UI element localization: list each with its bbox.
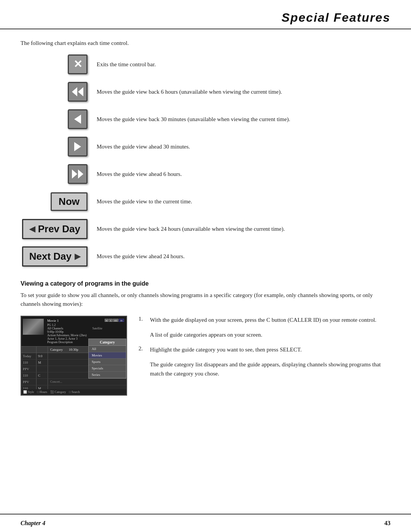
controls-list: ✕ Exits the time control bar. Moves the … <box>21 54 390 267</box>
x-button-icon: ✕ <box>68 54 88 74</box>
step-2: 2. Highlight the guide category you want… <box>139 345 390 354</box>
guide-footer-hours: □ Hours <box>37 390 47 394</box>
page-footer: Chapter 4 43 <box>0 514 411 532</box>
cat-item-all[interactable]: All <box>89 346 126 352</box>
control-item-x: ✕ Exits the time control bar. <box>21 54 390 75</box>
control-item-double-left: Moves the guide view back 6 hours (unava… <box>21 81 390 102</box>
guide-footer-search: □ Search <box>69 390 80 394</box>
control-desc-next-day: Moves the guide view ahead 24 hours. <box>97 252 390 261</box>
cat-item-sports[interactable]: Sports <box>89 359 126 365</box>
next-day-label: Next Day <box>29 251 72 262</box>
guide-time-slot: 9:00p-10:00p <box>47 330 102 334</box>
guide-bottom-bar: ⬜ Style □ Hours ⬛ Category □ Search <box>21 389 126 395</box>
control-desc-prev-day: Moves the guide view back 24 hours (unav… <box>97 225 390 233</box>
guide-channels-label: All ChannelsSatellite <box>47 327 102 330</box>
guide-row-4: PPV Concert... <box>21 379 126 385</box>
x-symbol: ✕ <box>73 59 82 70</box>
right-arrow <box>74 142 81 151</box>
guide-genre: Action/Adventure, Movie (2hrs) <box>47 334 102 337</box>
step-2-num: 2. <box>139 345 146 352</box>
next-day-button[interactable]: Next Day ▶ <box>22 246 88 267</box>
guide-footer-style: ⬜ Style <box>23 390 34 394</box>
cat-item-specials[interactable]: Specials <box>89 365 126 372</box>
steps-list: 1. With the guide displayed on your scre… <box>139 316 390 378</box>
main-content: The following chart explains each time c… <box>0 40 411 396</box>
control-icon-left <box>21 109 97 129</box>
step-1-num: 1. <box>139 316 146 322</box>
double-right-arrows <box>72 169 83 179</box>
right-arrow-1 <box>72 169 77 179</box>
guide-movie-title: Movie 1 <box>47 319 102 323</box>
guide-screenshot: Movie 1 PG 1.2 All ChannelsSatellite 9:0… <box>21 316 127 396</box>
footer-page-number: 43 <box>384 520 390 527</box>
control-item-next-day: Next Day ▶ Moves the guide view ahead 24… <box>21 246 390 267</box>
left-arrow-2 <box>78 87 83 96</box>
cat-overlay-title: Category <box>89 339 126 346</box>
control-icon-now: Now <box>21 192 97 211</box>
left-button-icon <box>68 109 88 129</box>
control-icon-next-day: Next Day ▶ <box>21 246 97 267</box>
next-day-right-arrow-icon: ▶ <box>75 252 80 261</box>
control-icon-double-left <box>21 82 97 102</box>
step-2-text: Highlight the guide category you want to… <box>150 347 302 353</box>
double-right-button-icon <box>68 164 88 184</box>
control-desc-double-left: Moves the guide view back 6 hours (unava… <box>97 88 390 96</box>
now-button[interactable]: Now <box>51 192 88 211</box>
guide-footer-category: ⬛ Category <box>50 390 66 394</box>
control-desc-left: Moves the guide view back 30 minutes (un… <box>97 115 390 124</box>
left-arrow-1 <box>72 87 77 96</box>
intro-text: The following chart explains each time c… <box>21 40 390 46</box>
control-icon-x: ✕ <box>21 54 97 74</box>
chapter-num: 4 <box>42 520 45 526</box>
control-item-prev-day: ◀ Prev Day Moves the guide view back 24 … <box>21 219 390 239</box>
double-left-button-icon <box>68 82 88 102</box>
control-icon-double-right <box>21 164 97 184</box>
page-title: Special Features <box>21 11 390 25</box>
control-item-right: Moves the guide view ahead 30 minutes. <box>21 136 390 157</box>
chapter-label: Chapter <box>21 520 41 526</box>
control-desc-right: Moves the guide view ahead 30 minutes. <box>97 142 390 151</box>
guide-section-content: Movie 1 PG 1.2 All ChannelsSatellite 9:0… <box>21 316 390 396</box>
section-intro-text: To set your guide to show you all channe… <box>21 291 390 309</box>
control-item-left: Moves the guide view back 30 minutes (un… <box>21 109 390 129</box>
viewing-category-section: Viewing a category of programs in the gu… <box>21 280 390 396</box>
cat-item-series[interactable]: Series <box>89 372 126 378</box>
step-1: 1. With the guide displayed on your scre… <box>139 316 390 324</box>
control-desc-x: Exits the time control bar. <box>97 60 390 69</box>
guide-col-time-header <box>21 347 37 353</box>
control-desc-now: Moves the guide view to the current time… <box>97 197 390 206</box>
guide-col-ch-header <box>37 347 48 353</box>
right-button-icon <box>68 137 88 157</box>
step-1-note: A list of guide categories appears on yo… <box>150 331 390 339</box>
section-heading: Viewing a category of programs in the gu… <box>21 280 390 287</box>
left-arrow <box>74 115 81 124</box>
step-2-note: The guide category list disappears and t… <box>150 360 390 378</box>
prev-day-left-arrow-icon: ◀ <box>29 224 35 233</box>
control-desc-double-right: Moves the guide view ahead 6 hours. <box>97 170 390 179</box>
control-item-now: Now Moves the guide view to the current … <box>21 191 390 212</box>
guide-thumbnail <box>23 319 44 335</box>
guide-rating: PG 1.2 <box>47 323 102 327</box>
control-icon-prev-day: ◀ Prev Day <box>21 219 97 239</box>
control-icon-right <box>21 137 97 157</box>
step-1-content: With the guide displayed on your screen,… <box>150 316 376 324</box>
control-item-double-right: Moves the guide view ahead 6 hours. <box>21 164 390 184</box>
step-2-content: Highlight the guide category you want to… <box>150 345 302 354</box>
cat-item-movies[interactable]: Movies <box>89 352 126 359</box>
prev-day-button[interactable]: ◀ Prev Day <box>22 219 88 239</box>
right-arrow-2 <box>78 169 83 179</box>
page-header: Special Features <box>0 0 411 29</box>
footer-chapter-text: Chapter 4 <box>21 520 45 527</box>
category-overlay: Category All Movies Sports Specials Seri… <box>88 339 126 379</box>
step-1-text: With the guide displayed on your screen,… <box>150 317 376 323</box>
double-left-arrows <box>72 87 83 96</box>
prev-day-label: Prev Day <box>38 223 80 235</box>
